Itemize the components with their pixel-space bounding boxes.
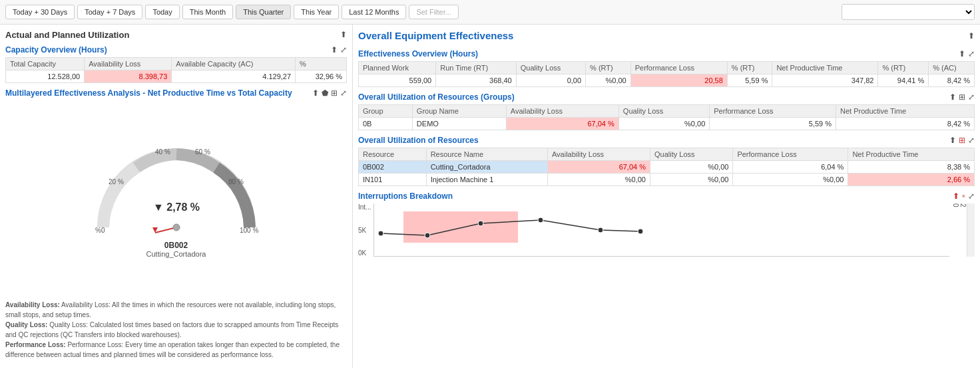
ur-quality-loss-2: %0,00 bbox=[650, 174, 733, 186]
main-content: Actual and Planned Utilization ⬆ Capacit… bbox=[0, 25, 980, 368]
capacity-total: 12.528,00 bbox=[6, 70, 85, 83]
filter-today[interactable]: Today bbox=[145, 5, 179, 19]
ur-resource-2: IN101 bbox=[359, 174, 427, 186]
util-groups-filter-icon[interactable]: ⊞ bbox=[959, 92, 965, 102]
legend-line1: Availability Loss: Availability Loss: Al… bbox=[5, 300, 347, 320]
ur-col-net-productive: Net Productive Time bbox=[848, 148, 975, 161]
util-groups-icons: ⬆ ⊞ ⤢ bbox=[949, 92, 975, 102]
ur-perf-loss-1: 6,04 % bbox=[733, 161, 848, 174]
left-panel-top: Actual and Planned Utilization ⬆ bbox=[5, 30, 347, 40]
eff-runtime: 368,40 bbox=[436, 74, 517, 87]
capacity-avail-loss: 8.398,73 bbox=[85, 70, 172, 83]
interruptions-fullscreen-icon[interactable]: ⤢ bbox=[968, 191, 975, 201]
svg-point-15 bbox=[638, 229, 643, 234]
svg-point-12 bbox=[478, 221, 483, 226]
ur-name-2: Injection Machine 1 bbox=[426, 174, 547, 186]
eff-col-net-productive: Net Productive Time bbox=[772, 62, 878, 74]
interruptions-section: Interruptions Breakdown ⬆ × ⤢ Int... 5K … bbox=[358, 191, 975, 362]
capacity-row: 12.528,00 8.398,73 4.129,27 32,96 % bbox=[6, 70, 347, 83]
capacity-col-pct: % bbox=[296, 58, 347, 70]
chart-fullscreen-icon[interactable]: ⤢ bbox=[340, 88, 347, 98]
gauge-svg: %0 20 % 40 % 60 % 80 % 100 % ▼ 2,78 % bbox=[83, 134, 270, 241]
capacity-overview-title: Capacity Overview (Hours) bbox=[5, 45, 107, 55]
util-resources-title: Overall Utilization of Resources bbox=[358, 136, 479, 145]
gauge-container: %0 20 % 40 % 60 % 80 % 100 % ▼ 2,78 % 0B… bbox=[5, 100, 347, 292]
interruptions-y-axis: Int... 5K 0K bbox=[358, 203, 373, 257]
eff-pct-rt3: 94,41 % bbox=[878, 74, 929, 87]
capacity-overview-header: Capacity Overview (Hours) ⬆ ⤢ bbox=[5, 45, 347, 55]
interruptions-export-icon[interactable]: ⬆ bbox=[953, 191, 959, 201]
ug-col-quality-loss: Quality Loss bbox=[618, 105, 709, 118]
util-resource-row-2: IN101 Injection Machine 1 %0,00 %0,00 %0… bbox=[359, 174, 975, 186]
ur-avail-loss-1: 67,04 % bbox=[547, 161, 650, 174]
svg-point-13 bbox=[538, 217, 543, 223]
svg-text:60 %: 60 % bbox=[195, 148, 210, 156]
y-right-2: 2 bbox=[959, 203, 967, 257]
filter-today30[interactable]: Today + 30 Days bbox=[5, 5, 75, 19]
ug-col-avail-loss: Availability Loss bbox=[506, 105, 618, 118]
util-resources-icons: ⬆ ⊞ ⤢ bbox=[949, 136, 975, 145]
capacity-col-avail-loss: Availability Loss bbox=[85, 58, 172, 70]
chart-scrollbar[interactable] bbox=[967, 203, 975, 257]
interruptions-y-axis-right: 2 0 bbox=[949, 203, 967, 257]
ur-net-productive-2: 2,66 % bbox=[848, 174, 975, 186]
right-export-icon[interactable]: ⬆ bbox=[968, 31, 975, 41]
eff-col-runtime: Run Time (RT) bbox=[436, 62, 517, 74]
svg-text:80 %: 80 % bbox=[228, 178, 244, 186]
util-resources-section: Overall Utilization of Resources ⬆ ⊞ ⤢ R… bbox=[358, 136, 975, 186]
util-resources-table: Resource Resource Name Availability Loss… bbox=[358, 148, 975, 186]
chart-shape-icon[interactable]: ⬟ bbox=[322, 88, 328, 98]
left-export-icon[interactable]: ⬆ bbox=[340, 30, 347, 39]
effectiveness-export-icon[interactable]: ⬆ bbox=[959, 49, 965, 59]
capacity-export-icon[interactable]: ⬆ bbox=[331, 45, 338, 55]
filter-last12[interactable]: Last 12 Months bbox=[342, 5, 406, 19]
filter-this-year[interactable]: This Year bbox=[294, 5, 339, 19]
chart-filter-icon[interactable]: ⊞ bbox=[331, 88, 338, 98]
ur-perf-loss-2: %0,00 bbox=[733, 174, 848, 186]
eff-col-pct-rt3: % (RT) bbox=[878, 62, 929, 74]
ur-col-resource: Resource bbox=[359, 148, 427, 161]
filter-set-filter[interactable]: Set Filter... bbox=[409, 5, 459, 19]
filter-today7[interactable]: Today + 7 Days bbox=[77, 5, 142, 19]
util-groups-section: Overall Utilization of Resources (Groups… bbox=[358, 92, 975, 130]
eff-net-productive: 347,82 bbox=[772, 74, 878, 87]
effectiveness-fullscreen-icon[interactable]: ⤢ bbox=[968, 49, 975, 59]
capacity-fullscreen-icon[interactable]: ⤢ bbox=[340, 45, 347, 55]
svg-text:40 %: 40 % bbox=[155, 148, 170, 156]
y-label-top: Int... bbox=[358, 203, 371, 211]
capacity-avail-cap: 4.129,27 bbox=[172, 70, 296, 83]
chart-section-title: Multilayered Effectiveness Analysis - Ne… bbox=[5, 88, 292, 98]
util-resources-filter-icon[interactable]: ⊞ bbox=[959, 136, 965, 145]
util-resources-fullscreen-icon[interactable]: ⤢ bbox=[968, 136, 975, 145]
chart-plot-area bbox=[373, 203, 949, 257]
effectiveness-icons: ⬆ ⤢ bbox=[959, 49, 975, 59]
util-groups-export-icon[interactable]: ⬆ bbox=[949, 92, 956, 102]
capacity-col-total: Total Capacity bbox=[6, 58, 85, 70]
svg-text:100 %: 100 % bbox=[240, 227, 258, 234]
interruptions-filter-icon[interactable]: × bbox=[962, 193, 965, 199]
right-panel: Overall Equipment Effectiveness ⬆ Effect… bbox=[353, 25, 980, 368]
util-resources-export-icon[interactable]: ⬆ bbox=[949, 136, 956, 145]
util-groups-fullscreen-icon[interactable]: ⤢ bbox=[968, 92, 975, 102]
legend-area: Availability Loss: Availability Loss: Al… bbox=[5, 297, 347, 362]
left-panel-icons: ⬆ bbox=[340, 30, 347, 39]
capacity-icons: ⬆ ⤢ bbox=[331, 45, 347, 55]
y-val-5k: 5K bbox=[358, 227, 371, 234]
ug-col-name: Group Name bbox=[412, 105, 506, 118]
capacity-col-avail-cap: Available Capacity (AC) bbox=[172, 58, 296, 70]
ur-col-perf-loss: Performance Loss bbox=[733, 148, 848, 161]
filter-dropdown[interactable] bbox=[842, 4, 975, 20]
eff-pct-ac: 8,42 % bbox=[929, 74, 975, 87]
ur-net-productive-1: 8,38 % bbox=[848, 161, 975, 174]
capacity-table: Total Capacity Availability Loss Availab… bbox=[5, 57, 347, 83]
chart-export-icon[interactable]: ⬆ bbox=[312, 88, 319, 98]
util-groups-title: Overall Utilization of Resources (Groups… bbox=[358, 92, 515, 102]
left-panel-title: Actual and Planned Utilization bbox=[5, 30, 129, 40]
filter-this-quarter[interactable]: This Quarter bbox=[236, 5, 291, 19]
ur-col-name: Resource Name bbox=[426, 148, 547, 161]
util-groups-row: 0B DEMO 67,04 % %0,00 5,59 % 8,42 % bbox=[359, 118, 975, 130]
eff-pct-rt2: 5,59 % bbox=[727, 74, 772, 87]
chart-icons: ⬆ ⬟ ⊞ ⤢ bbox=[312, 88, 347, 98]
svg-point-10 bbox=[378, 231, 383, 236]
filter-this-month[interactable]: This Month bbox=[182, 5, 233, 19]
